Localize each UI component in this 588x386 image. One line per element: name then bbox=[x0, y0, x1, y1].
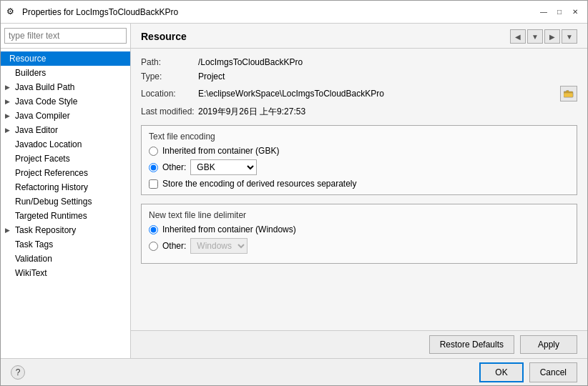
nav-list: Resource Builders ▶ Java Build Path ▶ Ja… bbox=[1, 49, 130, 358]
sidebar-item-label: Targeted Runtimes bbox=[15, 211, 87, 221]
sidebar-item-builders[interactable]: Builders bbox=[1, 66, 130, 80]
right-header: Resource ◀ ▼ ▶ ▼ bbox=[131, 24, 587, 49]
encoding-inherited-label: Inherited from container (GBK) bbox=[162, 146, 279, 156]
sidebar-item-label: Java Compiler bbox=[15, 111, 70, 121]
line-other-row: Other: Windows Unix Mac bbox=[149, 238, 569, 254]
navigation-arrows: ◀ ▼ ▶ ▼ bbox=[510, 29, 577, 44]
sidebar-item-targeted-runtimes[interactable]: Targeted Runtimes bbox=[1, 209, 130, 223]
filter-wrap bbox=[1, 24, 130, 49]
properties-dialog: ⚙ Properties for LocImgsToCloudBackKPro … bbox=[0, 0, 588, 386]
footer-bar: ? OK Cancel bbox=[1, 358, 587, 385]
sidebar-item-task-repository[interactable]: ▶ Task Repository bbox=[1, 223, 130, 237]
expand-arrow-icon: ▶ bbox=[5, 98, 12, 105]
sidebar-item-label: Project References bbox=[15, 168, 88, 178]
sidebar-item-java-code-style[interactable]: ▶ Java Code Style bbox=[1, 94, 130, 109]
sidebar-item-java-build-path[interactable]: ▶ Java Build Path bbox=[1, 80, 130, 94]
expand-arrow-icon: ▶ bbox=[5, 127, 12, 134]
folder-icon bbox=[564, 89, 574, 98]
text-encoding-title: Text file encoding bbox=[149, 132, 569, 142]
dropdown-button[interactable]: ▼ bbox=[527, 29, 543, 44]
title-controls: — □ ✕ bbox=[537, 6, 582, 19]
sidebar-item-label: Java Code Style bbox=[15, 96, 77, 107]
path-label: Path: bbox=[141, 57, 198, 67]
type-label: Type: bbox=[141, 71, 198, 81]
encoding-select[interactable]: GBK UTF-8 UTF-16 ISO-8859-1 bbox=[190, 159, 257, 175]
line-other-label: Other: bbox=[162, 241, 186, 251]
close-button[interactable]: ✕ bbox=[569, 6, 582, 19]
line-inherited-radio[interactable] bbox=[149, 225, 158, 234]
text-encoding-section: Text file encoding Inherited from contai… bbox=[141, 125, 577, 195]
svg-rect-1 bbox=[564, 93, 573, 97]
content-area: Resource Builders ▶ Java Build Path ▶ Ja… bbox=[1, 24, 587, 358]
minimize-button[interactable]: — bbox=[537, 6, 550, 19]
sidebar-item-java-compiler[interactable]: ▶ Java Compiler bbox=[1, 109, 130, 123]
encoding-other-label: Other: bbox=[162, 162, 186, 172]
line-delimiter-title: New text file line delimiter bbox=[149, 210, 569, 220]
sidebar-item-validation[interactable]: Validation bbox=[1, 252, 130, 266]
sidebar-item-run-debug-settings[interactable]: Run/Debug Settings bbox=[1, 194, 130, 209]
encoding-inherited-radio[interactable] bbox=[149, 147, 158, 156]
sidebar-item-label: Javadoc Location bbox=[15, 139, 82, 149]
dialog-title: Properties for LocImgsToCloudBackKPro bbox=[22, 7, 178, 17]
apply-button[interactable]: Apply bbox=[520, 335, 577, 354]
sidebar-item-wikitext[interactable]: WikiText bbox=[1, 266, 130, 280]
line-other-radio[interactable] bbox=[149, 242, 158, 251]
title-bar: ⚙ Properties for LocImgsToCloudBackKPro … bbox=[1, 1, 587, 24]
sidebar-item-label: Java Editor bbox=[15, 125, 58, 135]
cancel-button[interactable]: Cancel bbox=[529, 362, 577, 382]
sidebar-item-refactoring-history[interactable]: Refactoring History bbox=[1, 180, 130, 194]
store-encoding-label: Store the encoding of derived resources … bbox=[162, 179, 357, 189]
last-modified-label: Last modified: bbox=[141, 107, 198, 117]
expand-arrow-icon: ▶ bbox=[5, 227, 12, 234]
type-row: Type: Project bbox=[141, 71, 577, 81]
line-inherited-row: Inherited from container (Windows) bbox=[149, 224, 569, 234]
path-value: /LocImgsToCloudBackKPro bbox=[198, 57, 303, 67]
expand-arrow-icon: ▶ bbox=[5, 112, 12, 119]
right-panel: Resource ◀ ▼ ▶ ▼ Path: /LocImgsToCloudBa… bbox=[131, 24, 587, 358]
sidebar-item-label: Run/Debug Settings bbox=[15, 197, 92, 207]
sidebar-item-label: Task Repository bbox=[15, 225, 76, 235]
encoding-other-radio[interactable] bbox=[149, 163, 158, 172]
location-browse-button[interactable] bbox=[560, 86, 577, 102]
type-value: Project bbox=[198, 71, 225, 81]
path-row: Path: /LocImgsToCloudBackKPro bbox=[141, 57, 577, 67]
back-button[interactable]: ◀ bbox=[510, 29, 526, 44]
store-encoding-row: Store the encoding of derived resources … bbox=[149, 179, 569, 189]
last-modified-row: Last modified: 2019年9月26日 上午9:27:53 bbox=[141, 106, 577, 118]
sidebar-item-label: Refactoring History bbox=[15, 182, 88, 192]
sidebar-item-project-facets[interactable]: Project Facets bbox=[1, 152, 130, 166]
dialog-icon: ⚙ bbox=[6, 6, 18, 18]
expand-arrow-icon: ▶ bbox=[5, 84, 12, 91]
right-content: Path: /LocImgsToCloudBackKPro Type: Proj… bbox=[131, 49, 587, 330]
maximize-button[interactable]: □ bbox=[553, 6, 566, 19]
line-inherited-label: Inherited from container (Windows) bbox=[162, 224, 296, 234]
sidebar-item-javadoc-location[interactable]: Javadoc Location bbox=[1, 137, 130, 152]
sidebar-item-label: WikiText bbox=[15, 268, 47, 278]
right-panel-title: Resource bbox=[141, 31, 187, 42]
filter-input[interactable] bbox=[4, 28, 127, 44]
location-label: Location: bbox=[141, 89, 198, 99]
sidebar-item-label: Task Tags bbox=[15, 239, 53, 249]
sidebar-item-label: Validation bbox=[15, 254, 52, 264]
location-value: E:\eclipseWorkSpace\LocImgsToCloudBackKP… bbox=[198, 89, 556, 99]
help-button[interactable]: ? bbox=[11, 365, 25, 380]
bottom-action-bar: Restore Defaults Apply bbox=[131, 330, 587, 358]
footer-right: OK Cancel bbox=[479, 362, 577, 382]
sidebar-item-project-references[interactable]: Project References bbox=[1, 166, 130, 180]
last-modified-value: 2019年9月26日 上午9:27:53 bbox=[198, 106, 305, 118]
line-delimiter-section: New text file line delimiter Inherited f… bbox=[141, 204, 577, 264]
restore-defaults-button[interactable]: Restore Defaults bbox=[429, 335, 514, 354]
sidebar-item-resource[interactable]: Resource bbox=[1, 51, 130, 66]
dropdown2-button[interactable]: ▼ bbox=[562, 29, 577, 44]
line-delimiter-select[interactable]: Windows Unix Mac bbox=[190, 238, 248, 254]
sidebar-item-label: Builders bbox=[15, 68, 46, 78]
store-encoding-checkbox[interactable] bbox=[149, 179, 158, 189]
sidebar-item-task-tags[interactable]: Task Tags bbox=[1, 237, 130, 252]
encoding-other-row: Other: GBK UTF-8 UTF-16 ISO-8859-1 bbox=[149, 159, 569, 175]
sidebar-item-label: Project Facets bbox=[15, 154, 70, 164]
sidebar-item-label: Java Build Path bbox=[15, 82, 74, 92]
forward-button[interactable]: ▶ bbox=[544, 29, 560, 44]
sidebar-item-java-editor[interactable]: ▶ Java Editor bbox=[1, 123, 130, 137]
ok-button[interactable]: OK bbox=[479, 362, 523, 382]
sidebar-item-label: Resource bbox=[9, 54, 46, 64]
